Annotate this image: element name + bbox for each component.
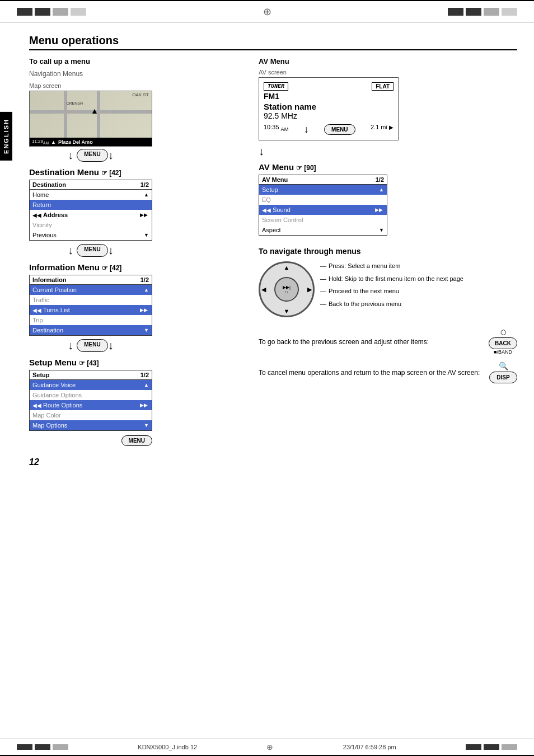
destination-menu-row-home[interactable]: Home ▲ [30, 190, 152, 200]
nav-label-1: — Press: Select a menu item [320, 261, 463, 271]
navigate-title: To navigate through menus [259, 247, 517, 256]
scroll-down-arrow-3: ▼ [144, 422, 149, 428]
av-menu-body: Setup ▲ EQ ◀◀ Sound ▶▶ Screen Control [259, 185, 387, 235]
flat-badge: FLAT [372, 82, 394, 91]
destination-menu-row-address[interactable]: ◀◀ Address ▶▶ [30, 210, 152, 220]
reg-block-2 [35, 8, 50, 16]
instruction-2: To cancel menu operations and return to … [259, 361, 517, 383]
final-menu-btn-container: MENU [29, 435, 152, 446]
content-area: To call up a menu Navigation Menus Map s… [29, 57, 517, 467]
av-menu-row-aspect[interactable]: Aspect ▼ [259, 225, 387, 235]
reg-block-8 [502, 8, 517, 16]
map-screen-inner: OAK ST. CRENSH ▲ 11:29AM ▲ Plaza Del Amo [30, 91, 152, 146]
av-menu-arrow: ↓ [304, 124, 309, 135]
back-button[interactable]: BACK [489, 337, 517, 349]
information-menu-row-trip[interactable]: Trip [30, 315, 152, 325]
setup-menu-row-map-color[interactable]: Map Color [30, 410, 152, 420]
setup-menu-body: Guidance Voice ▲ Guidance Options ◀◀ Rou… [30, 380, 152, 430]
av-time: 10:35 AM [264, 124, 288, 135]
av-menu-section-label: AV Menu [259, 57, 517, 65]
information-menu-row-current[interactable]: Current Position ▲ [30, 285, 152, 295]
page-number: 12 [29, 457, 247, 467]
destination-menu-header: Destination 1/2 [30, 180, 152, 190]
av-menu-button[interactable]: MENU [324, 124, 355, 135]
menu-button-3[interactable]: MENU [77, 339, 107, 352]
av-menu-row-sound[interactable]: ◀◀ Sound ▶▶ [259, 205, 387, 215]
back-button-sub: ■/BAND [494, 349, 512, 355]
destination-menu-row-previous[interactable]: Previous ▼ [30, 230, 152, 240]
prev-icon-1: ◀◀ [32, 212, 41, 218]
disp-button-icon: 🔍 [499, 361, 508, 370]
to-call-up-menu-title: To call up a menu [29, 57, 247, 65]
destination-menu-row-return[interactable]: Return [30, 200, 152, 210]
av-menu-row-screen-control[interactable]: Screen Control [259, 215, 387, 225]
av-scroll-down-arrow: ▼ [379, 227, 384, 233]
bottom-bar: KDNX5000_J.indb 12 ⊕ 23/1/07 6:59:28 pm [0, 739, 534, 756]
navigate-section: To navigate through menus ▶▶| ↑↓ [259, 247, 517, 383]
center-crosshair: ⊕ [263, 6, 271, 18]
menu-button-1[interactable]: MENU [77, 149, 107, 162]
instruction-1: To go back to the previous screen and ad… [259, 328, 517, 355]
av-skip-icon: ▶▶ [375, 207, 383, 213]
av-screen-header: TUNER FLAT [264, 82, 394, 91]
av-station-label: Station name [264, 102, 394, 111]
footer-filename: KDNX5000_J.indb 12 [138, 744, 197, 750]
destination-menu-row-vicinity[interactable]: Vicinity [30, 220, 152, 230]
reg-marks-right [448, 8, 517, 16]
nav-label-3: — Proceed to the next menu [320, 287, 463, 297]
map-screen: OAK ST. CRENSH ▲ 11:29AM ▲ Plaza Del Amo [29, 91, 152, 147]
section-header: Menu operations [29, 34, 517, 50]
av-menu-row-setup[interactable]: Setup ▲ [259, 185, 387, 195]
menu-button-2[interactable]: MENU [77, 244, 107, 257]
av-scroll-up-arrow: ▲ [379, 187, 384, 192]
setup-menu-header: Setup 1/2 [30, 370, 152, 380]
av-screen-label: AV screen [259, 69, 517, 76]
skip-icon-3: ▶▶ [140, 402, 148, 408]
nav-dash-2: — [320, 274, 326, 284]
nav-dash-4: — [320, 299, 326, 309]
bottom-reg-block-6 [502, 744, 517, 750]
nav-dash-3: — [320, 287, 326, 297]
nav-dash-1: — [320, 261, 326, 271]
nav-down-arrow: ▼ [284, 308, 290, 314]
main-content: Menu operations To call up a menu Naviga… [0, 23, 534, 501]
setup-menu-ref-icon: ☞ [79, 359, 87, 367]
map-time: 11:29AM [32, 139, 49, 145]
setup-menu-row-guidance-options[interactable]: Guidance Options [30, 390, 152, 400]
setup-menu-row-route-options[interactable]: ◀◀ Route Options ▶▶ [30, 400, 152, 410]
reg-block-1 [17, 8, 32, 16]
setup-menu-table: Setup 1/2 Guidance Voice ▲ Guidance Opti… [29, 370, 152, 431]
skip-icon-2: ▶▶ [140, 307, 148, 313]
information-menu-row-turns[interactable]: ◀◀ Turns List ▶▶ [30, 305, 152, 315]
disp-button[interactable]: DISP [489, 372, 517, 383]
menu-button-final[interactable]: MENU [121, 435, 152, 446]
setup-menu-row-map-options[interactable]: Map Options ▼ [30, 420, 152, 430]
setup-menu-title: Setup Menu ☞ [43] [29, 358, 247, 368]
av-distance: 2.1 mi ▶ [371, 124, 394, 135]
av-fm-label: FM1 [264, 92, 394, 101]
destination-menu-table: Destination 1/2 Home ▲ Return ◀◀ [29, 180, 152, 241]
nav-left-arrow: ◀ [261, 286, 266, 293]
setup-menu-row-guidance-voice[interactable]: Guidance Voice ▲ [30, 380, 152, 390]
instruction-1-text: To go back to the previous screen and ad… [259, 338, 483, 346]
av-menu-title: AV Menu ☞ [90] [259, 162, 517, 172]
nav-diagram: ▶▶| ↑↓ ▲ ▼ ◀ ▶ [259, 261, 517, 317]
information-menu-header: Information 1/2 [30, 275, 152, 285]
reg-marks-left [17, 8, 86, 16]
av-screen: TUNER FLAT FM1 Station name 92.5 MHz 10:… [259, 77, 399, 140]
disp-button-container: 🔍 DISP [489, 361, 517, 383]
information-menu-row-destination[interactable]: Destination ▼ [30, 325, 152, 335]
bottom-reg-marks-left [17, 744, 68, 750]
av-menu-header: AV Menu 1/2 [259, 175, 387, 185]
car-icon: ▲ [91, 106, 99, 115]
bottom-reg-block-1 [17, 744, 32, 750]
information-menu-row-traffic[interactable]: Traffic [30, 295, 152, 305]
nav-up-arrow: ▲ [284, 264, 290, 271]
map-bottom-bar: 11:29AM ▲ Plaza Del Amo [30, 138, 152, 146]
information-menu-table: Information 1/2 Current Position ▲ Traff… [29, 275, 152, 336]
top-registration-bar: ⊕ [0, 0, 534, 23]
reg-block-7 [484, 8, 499, 16]
av-menu-row-eq[interactable]: EQ [259, 195, 387, 205]
nav-right-arrow: ▶ [307, 286, 312, 293]
map-label-2: CRENSH [66, 101, 83, 105]
